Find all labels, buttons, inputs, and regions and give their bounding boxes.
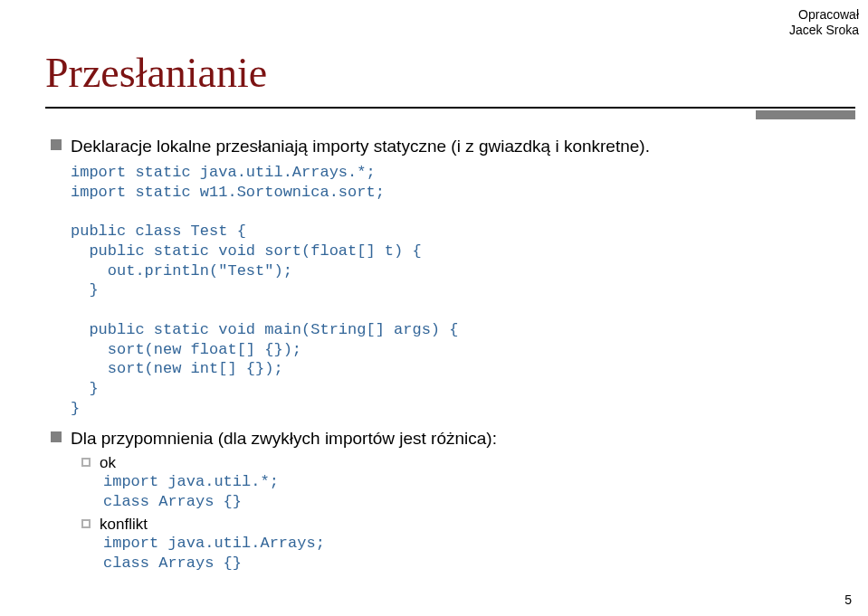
page-number: 5: [844, 592, 852, 607]
author-line1: Opracował: [789, 7, 859, 23]
sub-bullet-item: konflikt: [81, 516, 832, 534]
sub-bullet-label: konflikt: [100, 516, 148, 534]
sub-bullet-item: ok: [81, 454, 832, 472]
hollow-square-bullet-icon: [81, 458, 91, 467]
bullet-item: Dla przypomnienia (dla zwykłych importów…: [51, 428, 832, 450]
sub-bullet-label: ok: [100, 454, 116, 472]
code-block: import static java.util.Arrays.*; import…: [71, 163, 832, 419]
square-bullet-icon: [51, 431, 62, 442]
hollow-square-bullet-icon: [81, 519, 91, 528]
title-rule: [45, 107, 855, 109]
bullet-item: Deklaracje lokalne przesłaniają importy …: [51, 136, 832, 157]
bullet-text: Deklaracje lokalne przesłaniają importy …: [71, 136, 650, 157]
author-block: Opracował Jacek Sroka: [789, 7, 859, 38]
slide-title: Przesłanianie: [45, 49, 267, 97]
code-block: import java.util.Arrays; class Arrays {}: [103, 534, 832, 573]
author-line2: Jacek Sroka: [789, 23, 859, 38]
square-bullet-icon: [51, 139, 62, 150]
rule-accent: [756, 110, 855, 119]
slide-body: Deklaracje lokalne przesłaniają importy …: [51, 136, 832, 573]
code-block: import java.util.*; class Arrays {}: [103, 472, 832, 512]
rule-line: [45, 107, 855, 109]
bullet-text: Dla przypomnienia (dla zwykłych importów…: [71, 428, 497, 450]
